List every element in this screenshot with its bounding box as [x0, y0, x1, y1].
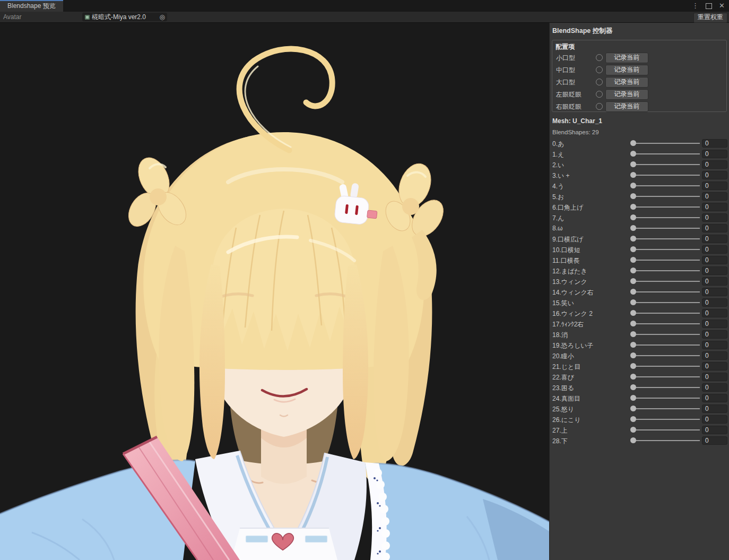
blendshape-slider-knob[interactable]: [630, 310, 636, 316]
blendshape-value-field[interactable]: 0: [702, 404, 727, 413]
blendshape-value-field[interactable]: 0: [702, 160, 727, 169]
blendshape-slider-track[interactable]: [632, 260, 700, 261]
blendshape-value-field[interactable]: 0: [702, 213, 727, 222]
blendshape-value-field[interactable]: 0: [702, 224, 727, 232]
blendshape-slider-track[interactable]: [632, 440, 700, 441]
blendshape-slider-knob[interactable]: [630, 161, 636, 167]
blendshape-slider-knob[interactable]: [630, 236, 636, 242]
config-row-radio[interactable]: [596, 66, 603, 73]
blendshape-slider-track[interactable]: [632, 366, 700, 367]
blendshape-value-field[interactable]: 0: [702, 139, 727, 148]
blendshape-slider-track[interactable]: [632, 313, 700, 314]
blendshape-value-field[interactable]: 0: [702, 415, 727, 424]
blendshape-value-field[interactable]: 0: [702, 150, 727, 158]
blendshape-value-field[interactable]: 0: [702, 362, 727, 371]
blendshape-value-field[interactable]: 0: [702, 394, 727, 402]
blendshape-slider-track[interactable]: [632, 196, 700, 197]
close-icon[interactable]: ✕: [719, 0, 725, 12]
config-row-radio[interactable]: [596, 91, 603, 98]
blendshape-slider-track[interactable]: [632, 206, 700, 208]
blendshape-slider-knob[interactable]: [630, 225, 636, 231]
blendshape-slider-track[interactable]: [632, 334, 700, 335]
blendshape-slider-knob[interactable]: [630, 427, 636, 433]
record-current-button[interactable]: 记录当前: [605, 89, 648, 100]
blendshape-slider-knob[interactable]: [630, 321, 636, 326]
blendshape-slider-track[interactable]: [632, 228, 700, 229]
blendshape-slider-knob[interactable]: [630, 416, 636, 422]
blendshape-slider-track[interactable]: [632, 238, 700, 239]
blendshape-slider-track[interactable]: [632, 323, 700, 324]
tab-blendshape-preview[interactable]: Blendshape 预览: [0, 0, 63, 12]
blendshape-slider-track[interactable]: [632, 143, 700, 144]
config-row-radio[interactable]: [596, 103, 603, 110]
object-picker-icon[interactable]: ◎: [160, 13, 165, 21]
blendshape-value-field[interactable]: 0: [702, 309, 727, 317]
blendshape-slider-track[interactable]: [632, 344, 700, 346]
blendshape-slider-knob[interactable]: [630, 299, 636, 305]
avatar-object-field[interactable]: 椛暗式-Miya ver2.0 ◎: [82, 13, 167, 21]
blendshape-value-field[interactable]: 0: [702, 256, 727, 264]
blendshape-slider-knob[interactable]: [630, 331, 636, 337]
blendshape-value-field[interactable]: 0: [702, 266, 727, 275]
config-row-radio[interactable]: [596, 79, 603, 85]
blendshape-slider-knob[interactable]: [630, 342, 636, 348]
blendshape-slider-knob[interactable]: [630, 406, 636, 411]
blendshape-slider-knob[interactable]: [630, 384, 636, 390]
record-current-button[interactable]: 记录当前: [605, 65, 648, 75]
blendshape-slider-track[interactable]: [632, 419, 700, 420]
blendshape-slider-track[interactable]: [632, 387, 700, 388]
blendshape-slider-knob[interactable]: [630, 352, 636, 358]
blendshape-slider-track[interactable]: [632, 376, 700, 377]
blendshape-slider-knob[interactable]: [630, 204, 636, 210]
blendshape-value-field[interactable]: 0: [702, 436, 727, 445]
blendshape-slider-track[interactable]: [632, 398, 700, 399]
blendshape-slider-knob[interactable]: [630, 257, 636, 263]
blendshape-slider-knob[interactable]: [630, 140, 636, 146]
record-current-button[interactable]: 记录当前: [605, 53, 648, 63]
blendshape-slider-track[interactable]: [632, 175, 700, 176]
blendshape-value-field[interactable]: 0: [702, 330, 727, 339]
blendshape-slider-knob[interactable]: [630, 395, 636, 401]
blendshape-slider-knob[interactable]: [630, 374, 636, 380]
maximize-icon[interactable]: [706, 3, 712, 9]
blendshape-slider-track[interactable]: [632, 270, 700, 271]
blendshape-slider-track[interactable]: [632, 291, 700, 292]
blendshape-value-field[interactable]: 0: [702, 245, 727, 254]
blendshape-slider-track[interactable]: [632, 217, 700, 218]
reset-weights-button[interactable]: 重置权重: [693, 13, 727, 23]
blendshape-slider-knob[interactable]: [630, 151, 636, 157]
blendshape-slider-track[interactable]: [632, 355, 700, 356]
blendshape-slider-knob[interactable]: [630, 278, 636, 284]
blendshape-value-field[interactable]: 0: [702, 426, 727, 434]
blendshape-slider-knob[interactable]: [630, 363, 636, 369]
blendshape-value-field[interactable]: 0: [702, 373, 727, 381]
blendshape-value-field[interactable]: 0: [702, 235, 727, 243]
blendshape-value-field[interactable]: 0: [702, 192, 727, 201]
blendshape-slider-knob[interactable]: [630, 172, 636, 178]
blendshape-slider-knob[interactable]: [630, 268, 636, 273]
blendshape-value-field[interactable]: 0: [702, 298, 727, 307]
blendshape-value-field[interactable]: 0: [702, 277, 727, 286]
blendshape-value-field[interactable]: 0: [702, 171, 727, 179]
blendshape-value-field[interactable]: 0: [702, 383, 727, 392]
avatar-preview-viewport[interactable]: [0, 23, 549, 560]
blendshape-slider-track[interactable]: [632, 164, 700, 165]
blendshape-slider-track[interactable]: [632, 429, 700, 430]
blendshape-slider-knob[interactable]: [630, 193, 636, 199]
blendshape-slider-track[interactable]: [632, 281, 700, 282]
blendshape-value-field[interactable]: 0: [702, 351, 727, 360]
kebab-menu-icon[interactable]: ⋮: [692, 0, 699, 12]
config-row-radio[interactable]: [596, 54, 603, 61]
blendshape-slider-knob[interactable]: [630, 214, 636, 220]
blendshape-value-field[interactable]: 0: [702, 341, 727, 349]
blendshape-slider-knob[interactable]: [630, 246, 636, 252]
blendshape-slider-knob[interactable]: [630, 183, 636, 188]
blendshape-slider-track[interactable]: [632, 249, 700, 250]
blendshape-slider-track[interactable]: [632, 302, 700, 303]
blendshape-value-field[interactable]: 0: [702, 288, 727, 296]
blendshape-slider-knob[interactable]: [630, 289, 636, 295]
blendshape-value-field[interactable]: 0: [702, 320, 727, 328]
blendshape-slider-track[interactable]: [632, 153, 700, 154]
blendshape-value-field[interactable]: 0: [702, 203, 727, 211]
record-current-button[interactable]: 记录当前: [605, 77, 648, 88]
